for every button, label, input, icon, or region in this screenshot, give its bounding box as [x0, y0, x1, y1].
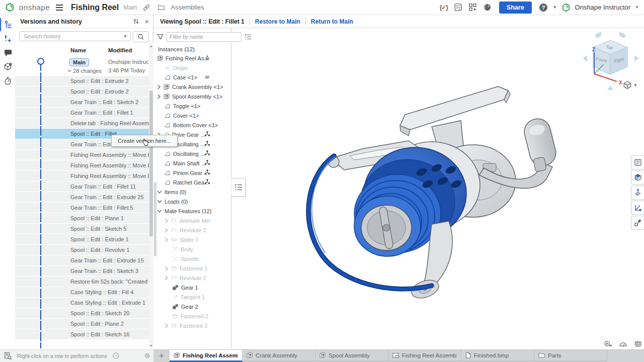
history-row[interactable]: Fishing Reel Assembly :: Move b... [15, 150, 149, 160]
history-row[interactable]: Case Styling :: Edit : Extrude 1 [15, 298, 149, 308]
release-tasks-icon[interactable] [453, 3, 463, 13]
tree-item[interactable]: Animate Me! [154, 216, 231, 225]
versions-history-icon[interactable] [0, 18, 16, 31]
tree-section[interactable]: Loads (0) [154, 197, 231, 206]
history-row[interactable]: Gear Train :: Edit : Sketch 2 [15, 97, 149, 108]
history-row[interactable]: Case Styling :: Edit : Fill 4 [15, 287, 149, 298]
tree-item[interactable]: Spindle [154, 254, 231, 263]
history-scrollbar-thumb[interactable] [149, 90, 153, 236]
chevron-right-icon[interactable] [165, 323, 169, 328]
history-row[interactable]: Spool :: Edit : Revolve 1 [15, 245, 149, 255]
featurescript-icon[interactable]: {✓} [439, 3, 449, 13]
tree-item[interactable]: Gear 2 [154, 302, 231, 311]
history-search-box[interactable]: ▼ [19, 31, 131, 41]
tree-item[interactable]: Gear 1 [154, 283, 231, 292]
mass-properties-icon[interactable] [634, 340, 642, 347]
apps-icon[interactable] [468, 3, 478, 13]
tree-item[interactable]: Fastened 2 [154, 311, 231, 321]
history-scrollbar[interactable]: ▲ ▼ [149, 43, 153, 348]
explode-icon[interactable] [631, 216, 644, 230]
mate-badge-icon[interactable] [204, 150, 210, 156]
version-timeline-node[interactable] [37, 58, 44, 65]
filter-input[interactable] [167, 32, 242, 42]
tree-item[interactable]: Slider 1 [154, 235, 231, 244]
tree-item[interactable]: Case <1> [154, 72, 231, 82]
account-caret-icon[interactable]: ▼ [635, 5, 639, 10]
tree-item[interactable]: Cover <1> [154, 111, 231, 120]
history-row[interactable]: Spool :: Edit : Extrude 2 [15, 86, 149, 97]
tree-item[interactable]: Ratchet Gea... [154, 177, 231, 187]
tab-fishing-reel-assembly[interactable]: Fishing Reel Assembly [170, 350, 243, 362]
comments-icon[interactable] [0, 46, 15, 59]
isometric-view-icon[interactable] [631, 170, 644, 185]
tab-spool-assembly[interactable]: Spool Assembly [315, 350, 388, 362]
chevron-right-icon[interactable] [165, 228, 169, 233]
features-flyout-handle[interactable] [231, 178, 246, 197]
tab-finished-bmp[interactable]: Finished.bmp [461, 350, 534, 362]
share-button[interactable]: Share [499, 2, 532, 14]
learning-cube-icon[interactable]: ? [0, 60, 15, 73]
tree-item[interactable]: Oscillating ... [154, 149, 231, 158]
mate-badge-icon[interactable] [204, 169, 210, 175]
3d-viewport[interactable]: Top Front Right Z X Y ▼ [231, 28, 644, 348]
theme-icon[interactable] [482, 3, 493, 13]
history-row[interactable]: Delete tab : Fishing Reel Assem... [15, 118, 149, 129]
scroll-up-icon[interactable]: ▲ [149, 44, 153, 48]
insert-version-icon[interactable] [0, 32, 15, 45]
chevron-down-icon[interactable] [157, 200, 162, 204]
history-row[interactable]: Spool :: Edit : Plane 1 [15, 213, 149, 224]
close-icon[interactable]: × [145, 18, 149, 26]
account-label[interactable]: Onshape Instructor [575, 4, 631, 11]
chevron-down-icon[interactable] [157, 190, 162, 194]
help-icon[interactable]: ? [538, 3, 548, 13]
tree-section[interactable]: Items (0) [154, 187, 231, 197]
tree-section[interactable]: Mate Features (12) [154, 206, 231, 216]
ground-badge-icon[interactable] [204, 74, 210, 80]
chevron-right-icon[interactable] [165, 266, 169, 271]
history-search-input[interactable] [23, 33, 123, 40]
chevron-down-icon[interactable] [157, 209, 162, 213]
footer-settings-gear-icon[interactable] [144, 352, 150, 359]
tree-item[interactable]: Bottom Cover <1> [154, 120, 231, 130]
changes-expander[interactable]: 28 changes [67, 68, 102, 74]
help-caret-icon[interactable]: ▼ [553, 5, 557, 10]
history-row[interactable]: Spool :: Edit : Plane 2 [15, 319, 149, 329]
onshape-logo-icon[interactable] [5, 3, 15, 12]
chevron-right-icon[interactable] [165, 276, 169, 281]
search-dropdown-caret-icon[interactable]: ▼ [123, 34, 127, 39]
history-row[interactable]: Spool :: Edit : Sketch 5 [15, 224, 149, 234]
history-row[interactable]: Fishing Reel Assembly :: Move b... [15, 171, 149, 182]
history-row[interactable]: Gear Train :: Edit : Fillet 11 [15, 182, 149, 192]
view-report-icon[interactable] [631, 155, 644, 169]
section-view-icon[interactable] [631, 186, 644, 200]
tree-item[interactable]: Spool Assembly <1> [154, 92, 231, 101]
mate-badge-icon[interactable] [204, 160, 210, 166]
history-row[interactable]: Gear Train :: Edit : Fillet 5 [15, 203, 149, 213]
tab-crank-assembly[interactable]: Crank Assembly [243, 350, 315, 362]
tree-scrollbar[interactable] [154, 182, 156, 256]
hamburger-menu-icon[interactable] [54, 3, 64, 13]
search-button[interactable] [133, 31, 149, 42]
funnel-icon[interactable] [157, 34, 164, 40]
chevron-right-icon[interactable] [157, 84, 161, 89]
list-view-icon[interactable] [245, 34, 252, 40]
mate-badge-icon[interactable] [204, 141, 210, 147]
tree-item[interactable]: Fishing Reel As... [154, 53, 231, 63]
mate-badge-icon[interactable] [204, 179, 210, 185]
tree-item[interactable]: Main Shaft ... [154, 158, 231, 168]
tree-item[interactable]: Origin [154, 63, 231, 72]
tree-item[interactable]: Fastened 1 [154, 263, 231, 273]
return-to-main-link[interactable]: Return to Main [311, 18, 353, 25]
scroll-down-icon[interactable]: ▼ [149, 344, 153, 347]
tab-fishing-reel-assembly[interactable]: Fishing Reel Assembly [388, 350, 461, 362]
history-row[interactable]: Gear Train :: Edit : Sketch 3 [15, 266, 149, 277]
chevron-right-icon[interactable] [157, 94, 161, 99]
tree-item[interactable]: Body [154, 244, 231, 254]
tape-measure-icon[interactable] [604, 340, 612, 347]
history-row[interactable]: Spool :: Edit : Sketch 20 [15, 308, 149, 319]
footer-help-icon[interactable]: ? [113, 352, 119, 359]
tree-item[interactable]: Crank Assembly <1> [154, 82, 231, 92]
performance-icon[interactable] [0, 74, 15, 87]
main-version-row[interactable]: Main 28 changes Onshape Instructor 3:48 … [15, 56, 149, 76]
tree-item[interactable]: Fastened 3 [154, 321, 231, 330]
